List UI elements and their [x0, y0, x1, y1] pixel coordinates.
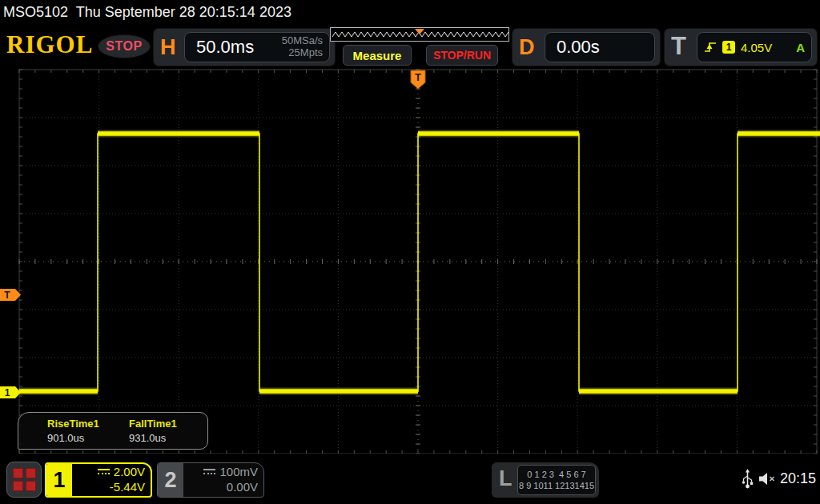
- trigger-level-marker[interactable]: T: [0, 289, 21, 301]
- trigger-level-value: 4.05V: [741, 41, 790, 54]
- model-and-datetime: MSO5102 Thu September 28 20:15:14 2023: [3, 4, 291, 21]
- waveform-display: T T 1: [0, 68, 820, 454]
- logic-row-0-7: 0 1 2 3 4 5 6 7: [527, 469, 585, 480]
- rigol-logo: RIGOL: [6, 30, 93, 59]
- measurement-item: RiseTime1 901.0us: [47, 418, 126, 444]
- logic-channels-status[interactable]: L 0 1 2 3 4 5 6 7 8 9 1011 12131415: [492, 462, 599, 498]
- trigger-source-badge: 1: [722, 41, 735, 54]
- trigger-mode: A: [796, 41, 805, 54]
- timebase-value: 50.0ms: [185, 37, 282, 58]
- trigger-level-letter: T: [4, 290, 10, 301]
- measurement-label: RiseTime1: [47, 418, 126, 430]
- channel2-scale: 100mV: [219, 465, 258, 480]
- measurement-item: FallTime1 931.0us: [129, 418, 207, 444]
- channel1-marker-number: 1: [5, 387, 10, 398]
- channel2-badge: 2: [158, 463, 183, 497]
- channel1-offset: -5.44V: [110, 480, 145, 495]
- header-bar: RIGOL STOP H 50.0ms 50MSa/s 25Mpts Measu…: [0, 24, 820, 68]
- channel2-offset: 0.00V: [227, 480, 258, 495]
- dc-coupling-icon: [98, 469, 110, 476]
- measurement-value: 931.0us: [129, 432, 207, 444]
- menu-grid-button[interactable]: [6, 462, 42, 498]
- waveform-trace-edges: [19, 134, 820, 391]
- logic-channel-list: 0 1 2 3 4 5 6 7 8 9 1011 12131415: [517, 465, 596, 495]
- measurement-panel[interactable]: RiseTime1 901.0us FallTime1 931.0us: [18, 412, 208, 450]
- stop-run-button[interactable]: STOP/RUN: [426, 45, 498, 66]
- channel1-position-marker[interactable]: 1: [0, 386, 21, 398]
- delay-value: 0.00s: [545, 37, 600, 58]
- delay-settings[interactable]: D 0.00s: [512, 29, 660, 66]
- bottom-bar: 1 2.00V -5.44V 2 100mV 0.00V: [0, 456, 820, 504]
- memory-waveform-icon: [331, 28, 508, 41]
- waveform-trace: [19, 134, 820, 391]
- delay-inset: 0.00s: [545, 32, 655, 62]
- measure-button[interactable]: Measure: [343, 45, 412, 66]
- waveform-layer: [19, 134, 820, 391]
- trigger-position-marker[interactable]: T: [411, 70, 425, 89]
- strip-trigger-position-icon[interactable]: [415, 29, 424, 34]
- dc-coupling-icon: [203, 469, 215, 476]
- horizontal-settings[interactable]: H 50.0ms 50MSa/s 25Mpts: [154, 29, 335, 66]
- sample-rate: 50MSa/s: [282, 35, 323, 47]
- trigger-position-letter: T: [415, 71, 421, 83]
- memory-position-strip[interactable]: [330, 27, 509, 42]
- logic-row-8-15: 8 9 1011 12131415: [519, 480, 594, 491]
- speaker-muted-icon[interactable]: [758, 472, 777, 486]
- memory-depth: 25Mpts: [282, 47, 323, 59]
- horizontal-label: H: [160, 35, 176, 60]
- horizontal-inset: 50.0ms 50MSa/s 25Mpts: [184, 32, 330, 62]
- trigger-label: T: [671, 32, 686, 61]
- channel1-badge: 1: [46, 464, 72, 496]
- acquisition-info: 50MSa/s 25Mpts: [282, 35, 329, 59]
- clock: 20:15: [780, 470, 816, 487]
- run-state-badge[interactable]: STOP: [98, 34, 151, 58]
- channel2-values: 100mV 0.00V: [183, 463, 263, 497]
- trigger-inset: 1 4.05V A: [697, 32, 812, 62]
- channel1-scale: 2.00V: [114, 465, 145, 480]
- channel2-status[interactable]: 2 100mV 0.00V: [157, 462, 264, 498]
- waveform-trace-fuzz: [19, 134, 820, 391]
- menu-grid-icon: [13, 468, 36, 491]
- logic-label: L: [499, 466, 512, 491]
- measurement-label: FallTime1: [129, 418, 207, 430]
- channel1-values: 2.00V -5.44V: [72, 464, 151, 496]
- usb-icon: [742, 469, 754, 490]
- measurement-value: 901.0us: [47, 432, 126, 444]
- delay-label: D: [519, 35, 535, 60]
- oscilloscope-screen: MSO5102 Thu September 28 20:15:14 2023 R…: [0, 0, 820, 504]
- trigger-settings[interactable]: T 1 4.05V A: [665, 29, 817, 66]
- channel1-status[interactable]: 1 2.00V -5.44V: [45, 462, 152, 498]
- rising-edge-trigger-icon: [704, 41, 717, 54]
